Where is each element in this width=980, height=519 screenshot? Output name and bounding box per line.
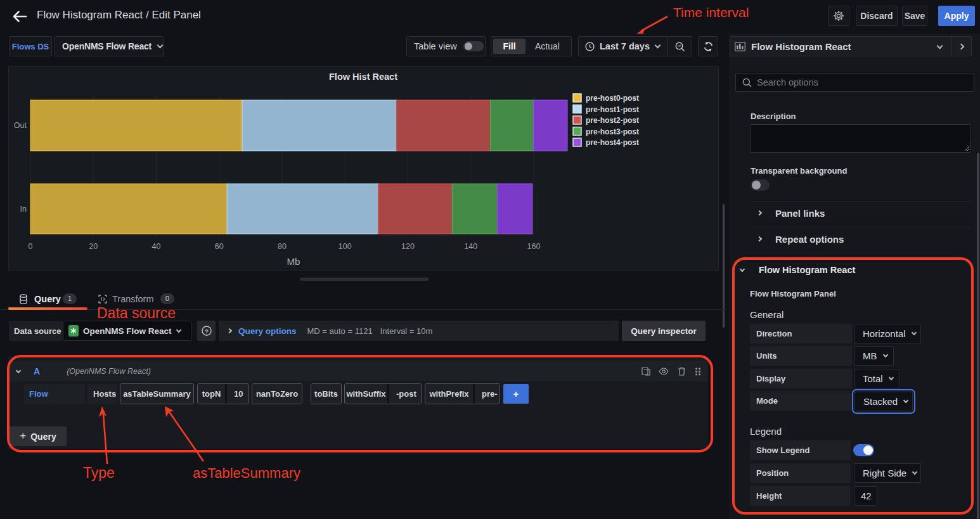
svg-text:pre-host1-post: pre-host1-post: [586, 105, 639, 114]
svg-text:100: 100: [338, 242, 352, 251]
svg-text:20: 20: [89, 242, 98, 251]
svg-text:140: 140: [464, 242, 477, 251]
svg-text:pre-host2-post: pre-host2-post: [586, 116, 639, 125]
svg-text:80: 80: [278, 242, 287, 251]
svg-text:pre-host4-post: pre-host4-post: [586, 138, 639, 147]
svg-text:160: 160: [527, 242, 541, 251]
svg-text:0: 0: [29, 242, 33, 251]
svg-text:?: ?: [205, 328, 209, 335]
svg-text:pre-host0-post: pre-host0-post: [586, 94, 639, 103]
svg-text:pre-host3-post: pre-host3-post: [586, 127, 639, 136]
svg-text:120: 120: [401, 242, 415, 251]
svg-text:In: In: [20, 205, 27, 214]
svg-text:40: 40: [152, 242, 161, 251]
svg-text:Mb: Mb: [287, 256, 300, 267]
svg-text:Flow Hist React: Flow Hist React: [329, 72, 397, 82]
svg-text:60: 60: [215, 242, 224, 251]
svg-text:Out: Out: [14, 121, 27, 130]
